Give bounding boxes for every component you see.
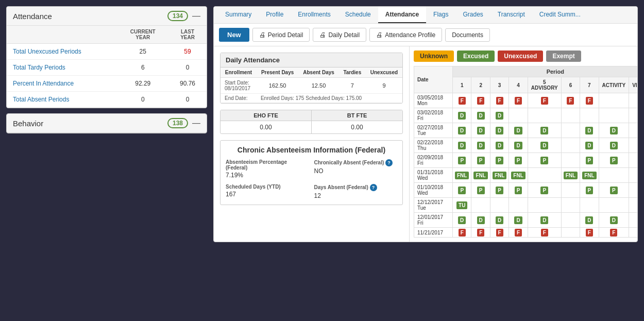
tab-credit_summary[interactable]: Credit Summ... bbox=[532, 7, 588, 23]
scheduled-days-label: Scheduled Days (YTD) bbox=[226, 184, 309, 190]
period-cell: F bbox=[490, 93, 509, 108]
period-cell: F bbox=[599, 228, 629, 238]
behavior-minimize-button[interactable]: — bbox=[192, 119, 200, 127]
daily-detail-label: Daily Detail bbox=[328, 31, 360, 39]
last-year-value: 59 bbox=[168, 44, 207, 60]
nav-tabs: SummaryProfileEnrollmentsScheduleAttenda… bbox=[214, 7, 637, 24]
period-cell bbox=[599, 198, 629, 213]
period-cell: P bbox=[528, 153, 561, 168]
attendance-row: 12/01/2017FriDDDDDDD bbox=[414, 213, 638, 228]
period-cell: D bbox=[490, 213, 509, 228]
new-button[interactable]: New bbox=[219, 28, 249, 42]
period-cell bbox=[528, 108, 561, 123]
period-cell: P bbox=[528, 183, 561, 198]
documents-button[interactable]: Documents bbox=[445, 28, 490, 42]
period-cell: F bbox=[528, 93, 561, 108]
table-row: Total Unexcused Periods 25 59 bbox=[7, 44, 207, 60]
period-detail-label: Period Detail bbox=[268, 31, 303, 39]
period-cell: D bbox=[490, 108, 509, 123]
period-detail-button[interactable]: Period Detail bbox=[252, 28, 310, 42]
chronically-absent-info-icon[interactable]: ? bbox=[385, 159, 393, 166]
absenteeism-pct-value: 7.19% bbox=[226, 172, 309, 179]
date-cell: 12/12/2017Tue bbox=[414, 198, 453, 213]
period-cell: D bbox=[490, 138, 509, 153]
period-cell: D bbox=[471, 108, 490, 123]
period-cell: F bbox=[528, 228, 561, 238]
period-cell: D bbox=[599, 213, 629, 228]
period-cell: D bbox=[509, 213, 528, 228]
period-cell: D bbox=[490, 123, 509, 138]
period-cell: P bbox=[471, 153, 490, 168]
date-cell: 01/10/2018Wed bbox=[414, 183, 453, 198]
tab-grades[interactable]: Grades bbox=[455, 7, 490, 23]
period-header-4: 4 bbox=[509, 77, 528, 93]
printer-icon-period bbox=[259, 31, 266, 39]
period-cell bbox=[599, 168, 629, 183]
attendance-minimize-button[interactable]: — bbox=[192, 12, 200, 20]
tab-transcript[interactable]: Transcript bbox=[490, 7, 532, 23]
behavior-widget-title: Behavior bbox=[13, 119, 43, 128]
daily-detail-button[interactable]: Daily Detail bbox=[313, 28, 366, 42]
tab-summary[interactable]: Summary bbox=[218, 7, 259, 23]
tab-schedule[interactable]: Schedule bbox=[338, 7, 378, 23]
legend-exempt[interactable]: Exempt bbox=[546, 50, 581, 62]
attendance-profile-button[interactable]: Attendance Profile bbox=[369, 28, 442, 42]
period-cell bbox=[629, 93, 637, 108]
enrolled-days-cell: Enrolled Days: 175 Scheduled Days: 175.0… bbox=[257, 94, 402, 103]
attendance-profile-label: Attendance Profile bbox=[385, 31, 435, 39]
last-year-value: 0 bbox=[168, 60, 207, 76]
attendance-row: 03/02/2018FriDDD bbox=[414, 108, 638, 123]
period-cell bbox=[580, 108, 599, 123]
chronically-absent-item: Chronically Absent (Federal) ? NO bbox=[314, 159, 398, 179]
period-cell bbox=[629, 123, 637, 138]
daily-attendance-table: Enrollment Present Days Absent Days Tard… bbox=[221, 67, 402, 103]
tab-attendance[interactable]: Attendance bbox=[378, 7, 426, 23]
legend-unknown[interactable]: Unknown bbox=[414, 50, 454, 62]
period-cell bbox=[471, 198, 490, 213]
period-cell: F bbox=[453, 228, 471, 238]
period-cell: F bbox=[509, 93, 528, 108]
period-cell bbox=[561, 123, 580, 138]
daily-attendance-header: Daily Attendance bbox=[221, 53, 402, 67]
days-absent-item: Days Absent (Federal) ? 12 bbox=[314, 184, 398, 199]
period-cell bbox=[599, 93, 629, 108]
period-header-ACTIVITY: ACTIVITY bbox=[599, 77, 629, 93]
period-cell: F bbox=[580, 228, 599, 238]
absenteeism-pct-label: Absenteeism Percentage (Federal) bbox=[226, 159, 309, 171]
period-cell: F bbox=[471, 228, 490, 238]
period-cell: D bbox=[599, 123, 629, 138]
chronically-absent-value: NO bbox=[314, 167, 398, 175]
period-cell: P bbox=[453, 183, 471, 198]
current-year-header: CURRENTYEAR bbox=[117, 26, 168, 44]
period-cell bbox=[509, 198, 528, 213]
row-label: Total Tardy Periods bbox=[7, 60, 117, 76]
tardies-header: Tardies bbox=[339, 67, 366, 78]
eho-fte-value: 0.00 bbox=[221, 121, 311, 133]
legend-excused[interactable]: Excused bbox=[457, 50, 495, 62]
attendance-row: 02/22/2018ThuDDDDDDD bbox=[414, 138, 638, 153]
date-cell: 12/01/2017Fri bbox=[414, 213, 453, 228]
period-cell bbox=[490, 198, 509, 213]
period-cell: P bbox=[509, 183, 528, 198]
attendance-row: 01/10/2018WedPPPPPPP bbox=[414, 183, 638, 198]
attendance-widget-header: Attendance 134 — bbox=[7, 7, 207, 26]
days-absent-value: 12 bbox=[314, 192, 398, 199]
period-cell: FNL bbox=[490, 168, 509, 183]
tab-profile[interactable]: Profile bbox=[259, 7, 291, 23]
days-absent-info-icon[interactable]: ? bbox=[370, 184, 377, 191]
attendance-grid: Date Period 12345 ADVISORY67ACTIVITYVIRT… bbox=[414, 66, 637, 238]
period-cell: FNL bbox=[453, 168, 471, 183]
tab-enrollments[interactable]: Enrollments bbox=[291, 7, 337, 23]
period-cell bbox=[629, 168, 637, 183]
legend-unexcused[interactable]: Unexcused bbox=[498, 50, 543, 62]
current-year-value: 25 bbox=[117, 44, 168, 60]
bt-fte-label: BT FTE bbox=[312, 110, 402, 121]
scheduled-days-item: Scheduled Days (YTD) 167 bbox=[226, 184, 309, 199]
period-cell bbox=[561, 108, 580, 123]
period-cell: D bbox=[528, 138, 561, 153]
tab-flags[interactable]: Flags bbox=[426, 7, 455, 23]
printer-icon-daily bbox=[319, 31, 326, 39]
period-cell bbox=[561, 183, 580, 198]
period-cell: D bbox=[509, 123, 528, 138]
attendance-row: 02/09/2018FriPPPPPPP bbox=[414, 153, 638, 168]
